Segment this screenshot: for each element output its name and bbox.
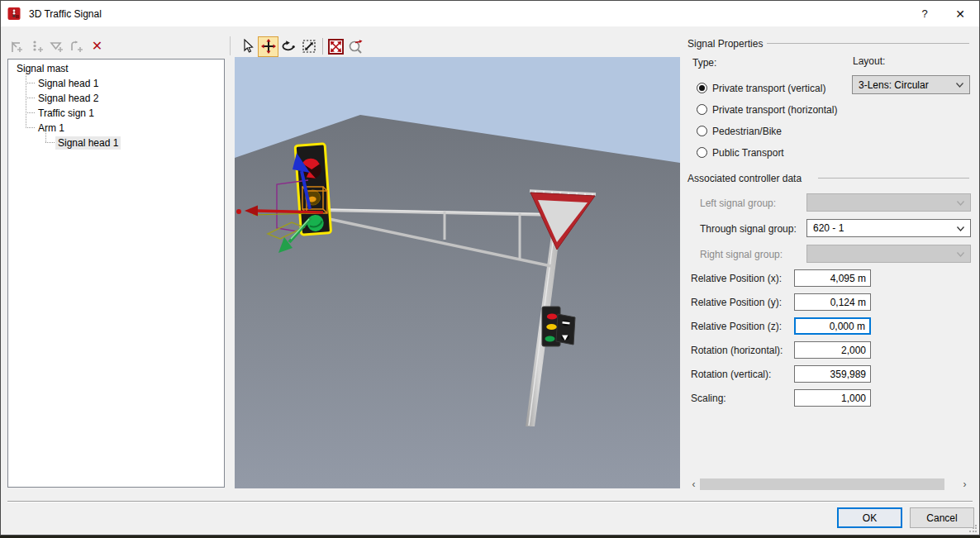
radio-private-horizontal[interactable] [697,104,707,115]
chevron-down-icon [957,226,964,231]
tree-item-arm-1[interactable]: Arm 1 [36,121,67,135]
tree-branch-line [26,98,35,98]
viewport-toolbar-separator [322,38,323,55]
viewport-toolbar [238,36,366,57]
ok-button[interactable]: OK [837,507,902,528]
tree-item-signal-head-1[interactable]: Signal head 1 [36,77,101,90]
tree-branch-line [45,142,55,143]
left-signal-group-combobox [806,193,971,212]
tree-toolbar: ✕ [8,36,107,57]
scrollbar-thumb[interactable] [700,478,944,490]
section-line [767,43,969,44]
zoom-extents-icon [328,39,344,55]
radio-pedestrian-bike-label[interactable]: Pedestrian/Bike [712,126,782,137]
scale-tool-button[interactable] [299,37,318,56]
add-arm-icon [69,40,85,54]
add-mast-button[interactable] [8,37,27,56]
scene-tree: Signal mast Signal head 1 Signal head 2 … [7,59,225,488]
cancel-button[interactable]: Cancel [910,507,974,528]
rotation-horizontal-label: Rotation (horizontal): [691,345,783,356]
rotation-vertical-input[interactable] [794,365,871,383]
section-controller-data: Associated controller data [687,173,802,184]
rotation-horizontal-input[interactable] [794,341,871,359]
3d-viewport[interactable] [235,57,680,488]
chevron-down-icon [957,201,964,206]
scale-icon [302,39,316,54]
section-line [818,178,969,179]
3d-traffic-signal-dialog: 3D Traffic Signal ? ✕ [0,0,980,536]
add-signal-head-button[interactable] [28,37,47,56]
move-tool-button[interactable] [258,36,278,57]
scroll-left-arrow[interactable]: ‹ [687,478,700,491]
title-bar: 3D Traffic Signal ? ✕ [1,1,979,26]
scaling-label: Scaling: [691,393,726,404]
delete-icon: ✕ [92,40,102,53]
move-icon [261,39,276,54]
radio-private-vertical[interactable] [697,83,707,93]
zoom-extents-button[interactable] [326,37,345,56]
relative-position-y-input[interactable] [794,293,871,311]
add-traffic-sign-button[interactable] [48,37,67,56]
resize-grip[interactable] [968,524,977,532]
help-button[interactable]: ? [908,1,941,26]
through-signal-group-combobox[interactable]: 620 - 1 [806,219,971,237]
tree-branch-line [26,112,35,113]
zoom-selection-button[interactable] [346,37,365,56]
zoom-selection-icon [348,39,364,54]
radio-pedestrian-bike[interactable] [697,126,707,136]
scroll-right-arrow[interactable]: › [959,478,971,491]
add-traffic-sign-icon [50,40,65,54]
tree-item-signal-mast[interactable]: Signal mast [14,62,71,75]
tree-item-arm-signal-head-1[interactable]: Signal head 1 [55,136,121,150]
layout-label: Layout: [853,55,885,67]
close-button[interactable]: ✕ [941,1,979,26]
footer-separator [7,501,973,502]
radio-public-transport-label[interactable]: Public Transport [712,147,784,159]
relative-position-z-label: Relative Position (z): [691,321,782,332]
right-signal-group-label: Right signal group: [700,249,783,260]
add-arm-button[interactable] [68,37,87,56]
tree-branch-line [26,127,35,128]
add-signal-head-icon [30,40,45,54]
layout-combobox[interactable]: 3-Lens: Circular [852,75,970,94]
chevron-down-icon [956,83,963,88]
tree-item-signal-head-2[interactable]: Signal head 2 [36,92,101,105]
add-mast-icon [10,40,26,54]
select-tool-button[interactable] [238,37,257,56]
layout-value: 3-Lens: Circular [859,79,929,91]
relative-position-x-label: Relative Position (x): [691,273,782,284]
rotate-icon [281,40,297,53]
radio-private-horizontal-label[interactable]: Private transport (horizontal) [712,104,837,116]
section-signal-properties: Signal Properties [687,38,763,50]
chevron-down-icon [957,252,964,257]
app-icon [7,7,21,21]
horizontal-scrollbar[interactable]: ‹ › [687,478,971,491]
left-signal-group-label: Left signal group: [700,198,776,209]
radio-public-transport[interactable] [697,147,707,158]
scaling-input[interactable] [794,389,871,407]
through-signal-group-label: Through signal group: [700,223,797,235]
right-signal-group-combobox [806,245,971,263]
rotation-vertical-label: Rotation (vertical): [691,369,771,380]
relative-position-x-input[interactable] [794,269,871,287]
relative-position-z-input[interactable] [794,317,871,335]
window-title: 3D Traffic Signal [29,8,102,20]
tree-item-traffic-sign-1[interactable]: Traffic sign 1 [36,107,97,120]
tree-branch-line [26,70,26,128]
tree-branch-line [26,83,35,83]
toolbar-divider [230,36,231,55]
delete-button[interactable]: ✕ [88,37,107,56]
type-label: Type: [692,57,716,69]
cursor-icon [241,39,255,54]
through-signal-group-value: 620 - 1 [813,222,844,234]
relative-position-y-label: Relative Position (y): [691,297,782,308]
radio-private-vertical-label[interactable]: Private transport (vertical) [712,83,825,94]
rotate-tool-button[interactable] [279,37,298,56]
